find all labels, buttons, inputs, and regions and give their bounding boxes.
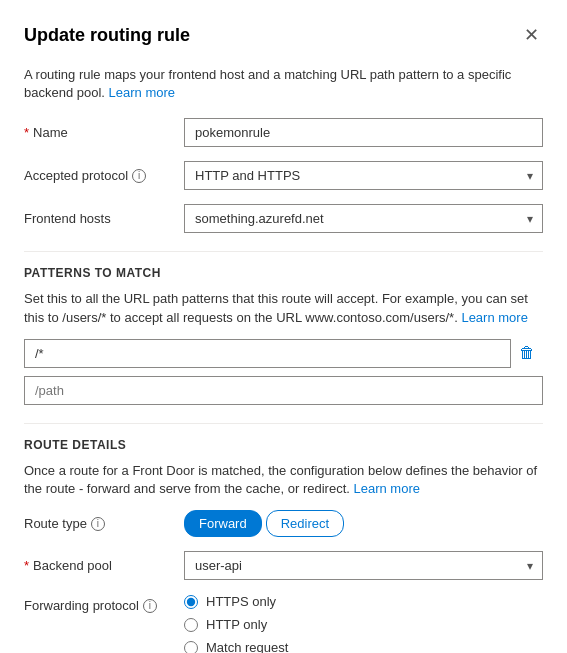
panel-description: A routing rule maps your frontend host a…	[24, 66, 543, 102]
description-text: A routing rule maps your frontend host a…	[24, 67, 511, 100]
route-details-learn-more-link[interactable]: Learn more	[354, 481, 420, 496]
pattern-add-row	[24, 376, 543, 405]
route-type-row: Route type i Forward Redirect	[24, 510, 543, 537]
protocol-label: Accepted protocol i	[24, 168, 184, 183]
forwarding-protocol-http-option[interactable]: HTTP only	[184, 617, 543, 632]
patterns-section-title: PATTERNS TO MATCH	[24, 251, 543, 280]
name-required-star: *	[24, 125, 29, 140]
backend-pool-required-star: *	[24, 558, 29, 573]
frontend-hosts-row: Frontend hosts something.azurefd.net ▾	[24, 204, 543, 233]
forwarding-protocol-match-radio[interactable]	[184, 641, 198, 653]
forwarding-protocol-https-label: HTTPS only	[206, 594, 276, 609]
backend-pool-field-wrapper: user-api ▾	[184, 551, 543, 580]
name-input[interactable]	[184, 118, 543, 147]
name-field-wrapper	[184, 118, 543, 147]
forwarding-protocol-control: HTTPS only HTTP only Match request	[184, 594, 543, 653]
forwarding-protocol-http-label: HTTP only	[206, 617, 267, 632]
protocol-select-wrapper: HTTP and HTTPS HTTPS only HTTP only ▾	[184, 161, 543, 190]
pattern-existing-row: 🗑	[24, 339, 543, 368]
pattern-add-input[interactable]	[24, 376, 543, 405]
forwarding-protocol-http-radio[interactable]	[184, 618, 198, 632]
panel-header: Update routing rule ✕	[24, 20, 543, 50]
close-button[interactable]: ✕	[520, 20, 543, 50]
route-type-redirect-button[interactable]: Redirect	[266, 510, 344, 537]
route-details-description: Once a route for a Front Door is matched…	[24, 462, 543, 498]
protocol-select[interactable]: HTTP and HTTPS HTTPS only HTTP only	[184, 161, 543, 190]
route-details-section-title: ROUTE DETAILS	[24, 423, 543, 452]
patterns-description: Set this to all the URL path patterns th…	[24, 290, 543, 326]
protocol-field-wrapper: HTTP and HTTPS HTTPS only HTTP only ▾	[184, 161, 543, 190]
panel-title: Update routing rule	[24, 25, 190, 46]
route-type-info-icon[interactable]: i	[91, 517, 105, 531]
backend-pool-label: * Backend pool	[24, 558, 184, 573]
route-type-label: Route type i	[24, 516, 184, 531]
patterns-desc-text: Set this to all the URL path patterns th…	[24, 291, 528, 324]
frontend-hosts-select-wrapper: something.azurefd.net ▾	[184, 204, 543, 233]
forwarding-protocol-radio-group: HTTPS only HTTP only Match request	[184, 594, 543, 653]
forwarding-protocol-label: Forwarding protocol i	[24, 598, 184, 613]
forwarding-protocol-row: Forwarding protocol i HTTPS only HTTP on…	[24, 594, 543, 653]
backend-pool-select[interactable]: user-api	[184, 551, 543, 580]
trash-icon: 🗑	[519, 344, 535, 361]
protocol-row: Accepted protocol i HTTP and HTTPS HTTPS…	[24, 161, 543, 190]
frontend-hosts-select[interactable]: something.azurefd.net	[184, 204, 543, 233]
protocol-info-icon[interactable]: i	[132, 169, 146, 183]
route-details-desc-text: Once a route for a Front Door is matched…	[24, 463, 537, 496]
name-row: * Name	[24, 118, 543, 147]
name-label: * Name	[24, 125, 184, 140]
forwarding-protocol-match-option[interactable]: Match request	[184, 640, 543, 653]
delete-pattern-button[interactable]: 🗑	[511, 340, 543, 366]
frontend-hosts-field-wrapper: something.azurefd.net ▾	[184, 204, 543, 233]
route-type-forward-button[interactable]: Forward	[184, 510, 262, 537]
forwarding-protocol-https-radio[interactable]	[184, 595, 198, 609]
frontend-hosts-label: Frontend hosts	[24, 211, 184, 226]
description-learn-more-link[interactable]: Learn more	[109, 85, 175, 100]
route-type-control: Forward Redirect	[184, 510, 543, 537]
forwarding-protocol-match-label: Match request	[206, 640, 288, 653]
backend-pool-row: * Backend pool user-api ▾	[24, 551, 543, 580]
patterns-learn-more-link[interactable]: Learn more	[461, 310, 527, 325]
update-routing-rule-panel: Update routing rule ✕ A routing rule map…	[0, 0, 567, 653]
pattern-existing-input[interactable]	[24, 339, 511, 368]
forwarding-protocol-info-icon[interactable]: i	[143, 599, 157, 613]
forwarding-protocol-https-option[interactable]: HTTPS only	[184, 594, 543, 609]
backend-pool-select-wrapper: user-api ▾	[184, 551, 543, 580]
route-type-toggle-group: Forward Redirect	[184, 510, 543, 537]
